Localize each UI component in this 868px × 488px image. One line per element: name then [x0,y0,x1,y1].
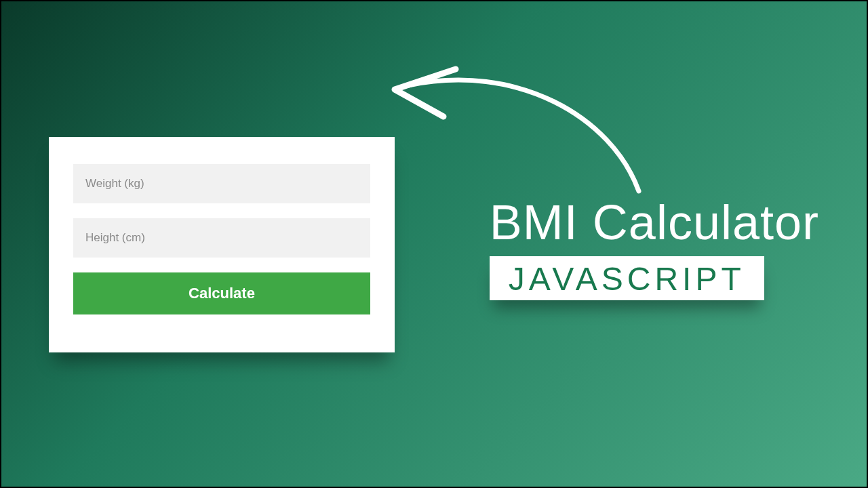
calculate-button[interactable]: Calculate [73,272,370,314]
curved-arrow-icon [354,42,679,205]
page-subtitle: JAVASCRIPT [490,256,764,300]
weight-input[interactable] [73,164,370,203]
page-title: BMI Calculator [490,198,819,247]
bmi-form-card: Calculate [49,137,395,352]
height-input[interactable] [73,218,370,258]
title-block: BMI Calculator JAVASCRIPT [490,198,819,300]
